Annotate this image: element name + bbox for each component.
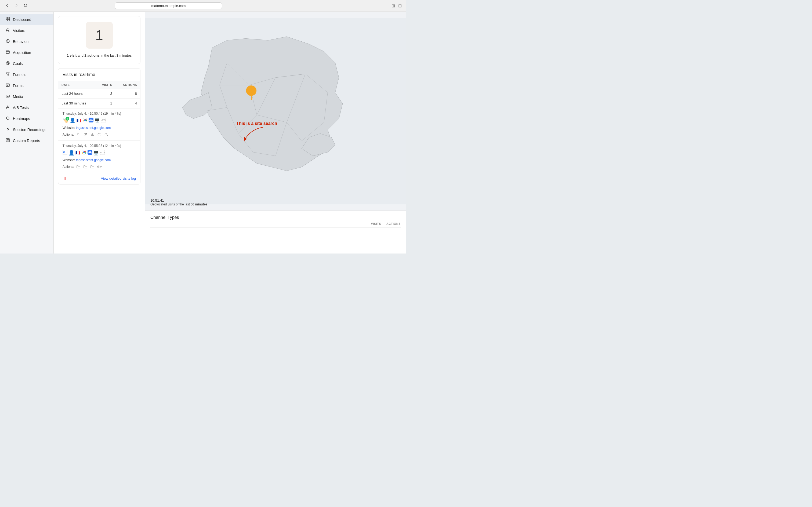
channel-col-name — [151, 222, 365, 225]
sidebar-item-label: Goals — [13, 61, 23, 66]
funnels-icon — [5, 72, 10, 77]
svg-rect-9 — [6, 84, 9, 87]
grid-icon[interactable]: ⊞ — [392, 3, 395, 8]
flag-fr-icon: 🇫🇷 — [76, 118, 81, 123]
sidebar-item-visitors[interactable]: Visitors — [0, 25, 53, 36]
actions-count: 2 actions — [84, 53, 100, 57]
visit-icons: 🏷️ 1 👤 🇫🇷 🖥️ GTM — [63, 118, 136, 124]
tag-icon-wrapper: 🏷️ 1 — [63, 118, 68, 123]
sidebar-item-ab-tests[interactable]: A/B Tests — [0, 102, 53, 113]
visit-entry-1: Thursday, July 4, - 10:50:49 (19 min 47s… — [58, 108, 140, 140]
row-visits: 1 — [96, 98, 115, 108]
sidebar-item-label: Acquisition — [13, 51, 31, 55]
minutes-count: 3 — [117, 53, 118, 57]
goals-icon — [5, 61, 10, 66]
row-actions: 4 — [115, 98, 140, 108]
svg-point-4 — [7, 29, 8, 30]
sidebar-item-label: Funnels — [13, 72, 26, 77]
website-link[interactable]: tagassistant.google.com — [76, 126, 111, 130]
timestamp-value: 10:51:41 — [151, 199, 208, 203]
sidebar-item-goals[interactable]: Goals — [0, 58, 53, 69]
big-number: 1 — [86, 22, 113, 49]
finder-icon — [88, 150, 93, 156]
visit-website: Website: tagassistant.google.com — [63, 158, 136, 162]
visit-entry-2: Thursday, July 4, - 09:55:23 (12 min 49s… — [58, 140, 140, 173]
folder2-icon — [83, 164, 88, 169]
row-actions: 8 — [115, 89, 140, 98]
sidebar-item-forms[interactable]: Forms — [0, 80, 53, 91]
heatmaps-icon — [5, 116, 10, 121]
col-date: DATE — [58, 81, 96, 89]
stats-card: 1 1 visit and 2 actions in the last 3 mi… — [58, 16, 140, 64]
right-panel: This is a site search — [145, 12, 406, 253]
session-recordings-icon — [5, 127, 10, 132]
sidebar-item-label: Session Recordings — [13, 127, 47, 132]
channel-title: Channel Types — [151, 215, 401, 220]
address-bar[interactable]: matomo.example.com — [115, 2, 222, 9]
google-icon: G — [63, 150, 67, 156]
sidebar-item-dashboard[interactable]: Dashboard — [0, 14, 53, 25]
sidebar-item-media[interactable]: Media — [0, 91, 53, 102]
visitors-icon — [5, 28, 10, 33]
france-map — [145, 12, 406, 211]
actions-row-2: Actions: — [63, 164, 136, 169]
sidebar-item-label: A/B Tests — [13, 106, 29, 110]
sidebar-item-custom-reports[interactable]: Custom Reports — [0, 135, 53, 146]
sidebar-item-label: Forms — [13, 83, 23, 88]
visit-count: 1 visit — [67, 53, 77, 57]
tag-manager-icon: GTM — [100, 150, 105, 156]
pause-button[interactable]: ⏸ — [63, 176, 67, 181]
sidebar-item-behaviour[interactable]: Behaviour — [0, 36, 53, 47]
table-row: Last 30 minutes 1 4 — [58, 98, 140, 108]
sidebar-item-session-recordings[interactable]: Session Recordings — [0, 124, 53, 135]
actions-row: Actions: — [63, 132, 136, 137]
view-log-link[interactable]: View detailed visits log — [101, 176, 136, 180]
app-container: Dashboard Visitors Behaviour Acquisition… — [0, 12, 406, 253]
media-icon — [5, 94, 10, 99]
actions-label: Actions: — [63, 165, 74, 169]
dashboard-icon — [5, 17, 10, 22]
sidebar-item-label: Custom Reports — [13, 138, 40, 143]
reload-button[interactable] — [22, 2, 28, 9]
channel-section: Channel Types VISITS ACTIONS — [145, 211, 406, 253]
left-panel: 1 1 visit and 2 actions in the last 3 mi… — [54, 12, 145, 253]
realtime-table: DATE VISITS ACTIONS Last 24 hours 2 8 La… — [58, 81, 140, 108]
map-section: This is a site search — [145, 12, 406, 211]
svg-rect-1 — [8, 17, 10, 19]
sidebar-item-acquisition[interactable]: Acquisition — [0, 47, 53, 58]
sidebar-item-heatmaps[interactable]: Heatmaps — [0, 113, 53, 124]
back-button[interactable] — [4, 2, 10, 9]
map-container: This is a site search — [145, 12, 406, 211]
visit-time: Thursday, July 4, - 10:50:49 (19 min 47s… — [63, 112, 136, 115]
row-visits: 2 — [96, 89, 115, 98]
forward-button[interactable] — [13, 2, 19, 9]
channel-col-actions: ACTIONS — [387, 222, 401, 225]
browser-chrome: matomo.example.com ⊞ ⊡ — [0, 0, 406, 12]
visit-website: Website: tagassistant.google.com — [63, 126, 136, 130]
sidebar-item-label: Dashboard — [13, 17, 32, 22]
sidebar-item-funnels[interactable]: Funnels — [0, 69, 53, 80]
folder-icon — [76, 164, 81, 169]
svg-rect-0 — [6, 17, 7, 19]
table-row: Last 24 hours 2 8 — [58, 89, 140, 98]
download-icon — [90, 132, 95, 137]
realtime-section: Visits in real-time DATE VISITS ACTIONS … — [58, 68, 140, 184]
flag-fr-icon: 🇫🇷 — [75, 150, 80, 155]
svg-point-11 — [6, 117, 9, 119]
person-icon: 👤 — [68, 150, 74, 156]
split-view-icon[interactable]: ⊡ — [398, 3, 402, 8]
svg-rect-5 — [6, 51, 9, 53]
visit-time: Thursday, July 4, - 09:55:23 (12 min 49s… — [63, 144, 136, 148]
flag-action-icon — [76, 132, 81, 137]
channel-col-visits: VISITS — [371, 222, 381, 225]
actions-label: Actions: — [63, 133, 74, 136]
acquisition-icon — [5, 50, 10, 55]
website-link[interactable]: tagassistant.google.com — [76, 158, 111, 162]
svg-rect-3 — [8, 19, 10, 21]
main-content: 1 1 visit and 2 actions in the last 3 mi… — [54, 12, 406, 253]
person-icon: 👤 — [69, 118, 75, 123]
col-visits: VISITS — [96, 81, 115, 89]
row-label: Last 24 hours — [58, 89, 96, 98]
row-label: Last 30 minutes — [58, 98, 96, 108]
ab-tests-icon — [5, 105, 10, 110]
